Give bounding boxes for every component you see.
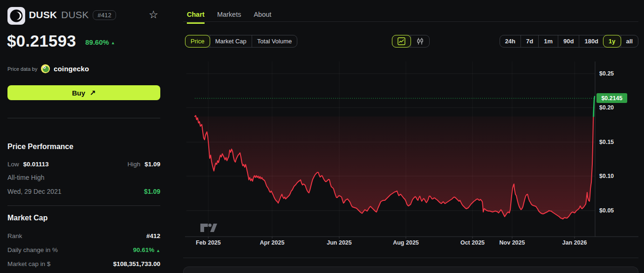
coin-ticker: DUSK [61,9,89,20]
dusk-coin-logo [7,7,25,25]
up-triangle-icon: ▲ [156,248,160,253]
up-triangle-icon: ▲ [111,41,115,45]
chart-bottom-divider [183,258,638,258]
rank-value: #412 [146,232,160,239]
price-performance-title: Price Performance [7,143,73,151]
low-value: $0.01113 [23,161,49,168]
buy-button[interactable]: Buy ↗ [7,85,160,100]
range-all-button[interactable]: all [621,35,638,47]
ath-label: All-time High [7,174,44,181]
coin-name: DUSK [29,9,57,20]
watchlist-star-icon[interactable]: ☆ [149,8,158,21]
metric-market-cap-button[interactable]: Market Cap [210,35,252,47]
line-chart-icon [397,37,405,45]
high-value: $1.09 [144,161,160,168]
rank-row: Rank #412 [7,232,160,239]
price-chart-svg: $0.25$0.20$0.15$0.10$0.05Feb 2025Apr 202… [183,61,644,261]
x-axis-label: Jan 2026 [562,239,587,246]
market-cap-value: $108,351,733.00 [113,260,160,267]
daily-change-number: 90.61% [133,246,155,253]
price-change-value: 89.60% [85,38,109,46]
y-axis-label: $0.15 [599,139,614,145]
chart-type-toggle-group [392,35,430,48]
range-90d-button[interactable]: 90d [558,35,579,47]
x-axis-label: Aug 2025 [393,239,419,246]
attribution: Price data by coingecko [7,64,89,74]
market-cap-label: Market cap in $ [7,260,50,267]
buy-label: Buy [72,89,85,97]
rank-label: Rank [7,232,22,239]
low-label: Low [7,161,19,168]
y-axis-label: $0.25 [599,70,614,77]
high-label: High [127,161,140,168]
line-chart-type-button[interactable] [392,35,411,48]
price-area-down [195,116,593,219]
sidebar: DUSK DUSK #412 ☆ $0.21593 89.60% ▲ Price… [0,0,183,273]
tradingview-logo[interactable] [200,222,219,233]
x-axis-label: Oct 2025 [460,239,485,246]
y-axis-label: $0.05 [599,207,614,214]
x-axis-label: Feb 2025 [196,239,221,246]
daily-change-row: Daily change in % 90.61% ▲ [7,246,160,253]
y-axis-label: $0.20 [599,104,614,111]
candles-icon [416,37,424,45]
price-chart[interactable]: $0.25$0.20$0.15$0.10$0.05Feb 2025Apr 202… [183,61,644,261]
dusk-coin-page: DUSK DUSK #412 ☆ $0.21593 89.60% ▲ Price… [0,0,644,273]
attribution-prefix: Price data by [7,66,37,72]
range-24h-button[interactable]: 24h [500,35,521,47]
x-axis-label: Jun 2025 [327,239,352,246]
market-cap-row: Market cap in $ $108,351,733.00 [7,260,160,267]
candles-chart-type-button[interactable] [411,35,429,47]
low-high-row: Low $0.01113 High $1.09 [7,161,160,168]
range-toggle-group: 24h 7d 1m 90d 180d 1y all [500,35,638,48]
metric-price-button[interactable]: Price [185,35,210,48]
range-1m-button[interactable]: 1m [538,35,558,47]
market-cap-title: Market Cap [7,214,48,222]
metric-toggle-group: Price Market Cap Total Volume [185,35,297,48]
external-arrow-icon: ↗ [90,89,96,97]
divider [7,205,160,206]
rank-badge: #412 [93,10,116,20]
x-axis-label: Nov 2025 [500,239,525,246]
divider [7,118,160,118]
next-section-panel [183,266,638,273]
tabs-divider [183,21,638,22]
range-7d-button[interactable]: 7d [521,35,538,47]
current-price: $0.21593 [7,32,76,50]
range-1y-button[interactable]: 1y [603,35,621,48]
range-180d-button[interactable]: 180d [579,35,603,47]
y-axis-label: $0.10 [599,173,614,179]
x-axis-label: Apr 2025 [260,239,285,246]
ath-date: Wed, 29 Dec 2021 [7,188,62,195]
price-change: 89.60% ▲ [85,38,115,46]
ath-row: Wed, 29 Dec 2021 $1.09 [7,188,160,195]
daily-change-label: Daily change in % [7,246,58,253]
coingecko-icon [41,64,50,74]
metric-total-volume-button[interactable]: Total Volume [252,35,297,47]
coin-title: DUSK DUSK #412 [29,9,116,20]
daily-change-value: 90.61% ▲ [133,246,160,253]
ath-value: $1.09 [144,188,160,195]
coingecko-wordmark: coingecko [54,65,89,73]
current-price-badge-label: $0.2145 [601,95,622,102]
